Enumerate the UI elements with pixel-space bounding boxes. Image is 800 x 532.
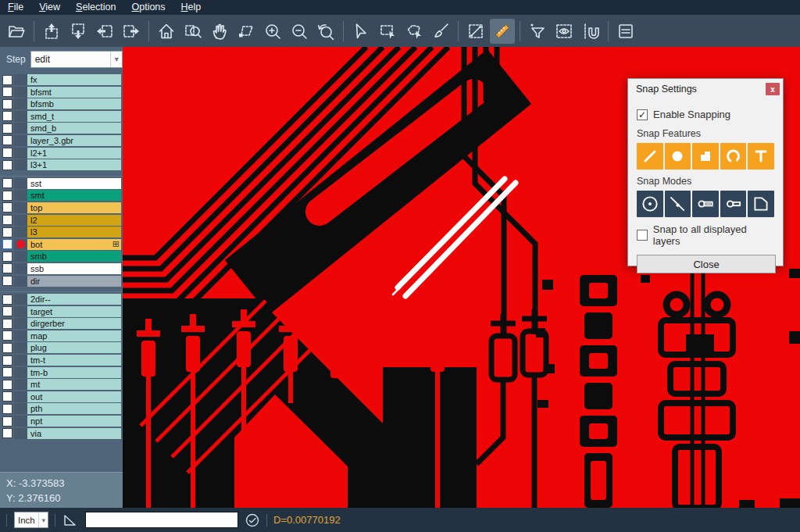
- layer-visibility-checkbox[interactable]: [2, 306, 12, 316]
- layer-visibility-checkbox[interactable]: [2, 135, 12, 145]
- layer-label[interactable]: via: [27, 428, 121, 439]
- snap-feature-text-button[interactable]: [748, 143, 774, 170]
- layer-visibility-checkbox[interactable]: [2, 178, 12, 188]
- layer-visibility-checkbox[interactable]: [2, 380, 12, 390]
- confirm-circle-icon[interactable]: [245, 512, 260, 528]
- layer-active-indicator[interactable]: [14, 355, 27, 366]
- layer-active-indicator[interactable]: [14, 74, 27, 85]
- pan-hand-button[interactable]: [207, 19, 232, 44]
- layer-active-indicator[interactable]: [14, 98, 27, 109]
- layer-visibility-checkbox[interactable]: [2, 355, 12, 366]
- layer-active-indicator[interactable]: [14, 87, 27, 98]
- select-rectangle-button[interactable]: [375, 19, 400, 44]
- layer-active-indicator[interactable]: [14, 239, 27, 250]
- layer-visibility-checkbox[interactable]: [2, 87, 12, 97]
- layer-label[interactable]: l3: [27, 227, 121, 237]
- layer-label[interactable]: mt: [27, 379, 121, 390]
- layer-label[interactable]: smd_b: [27, 123, 121, 134]
- layer-label[interactable]: target: [27, 306, 121, 317]
- layer-active-indicator[interactable]: [14, 111, 27, 122]
- layer-label[interactable]: bfsmb: [27, 98, 121, 109]
- layer-label[interactable]: bot⊞: [27, 239, 121, 250]
- zoom-object-button[interactable]: [234, 19, 259, 44]
- layer-visibility-checkbox[interactable]: [2, 202, 12, 212]
- dialog-close-icon[interactable]: x: [766, 83, 780, 95]
- snap-feature-arc-button[interactable]: [720, 143, 747, 170]
- layer-visibility-checkbox[interactable]: [2, 148, 12, 158]
- menu-options[interactable]: Options: [123, 0, 173, 15]
- dialog-title-bar[interactable]: Snap Settings x: [628, 79, 783, 99]
- menu-selection[interactable]: Selection: [68, 0, 123, 15]
- layer-active-indicator[interactable]: [14, 135, 27, 146]
- layer-visibility-checkbox[interactable]: [2, 191, 12, 201]
- layer-label[interactable]: dirgerber: [27, 318, 121, 329]
- layer-label[interactable]: bfsmt: [27, 87, 121, 98]
- measure-line-button[interactable]: [463, 19, 488, 44]
- pan-right-button[interactable]: [119, 19, 144, 44]
- layer-visibility-checkbox[interactable]: [2, 263, 12, 273]
- show-hide-button[interactable]: [552, 19, 577, 44]
- snap-mode-pad-entry-button[interactable]: [692, 191, 719, 217]
- layer-active-indicator[interactable]: [14, 178, 27, 189]
- zoom-in-button[interactable]: [260, 19, 285, 44]
- layer-label[interactable]: ssb: [27, 263, 121, 274]
- layer-visibility-checkbox[interactable]: [2, 319, 12, 329]
- paint-button[interactable]: [428, 19, 453, 44]
- snap-all-layers-checkbox[interactable]: ✓: [637, 230, 648, 241]
- layer-visibility-checkbox[interactable]: [2, 252, 12, 262]
- layer-active-indicator[interactable]: [14, 148, 27, 159]
- layer-active-indicator[interactable]: [14, 227, 27, 237]
- layer-visibility-checkbox[interactable]: [2, 404, 12, 414]
- zoom-out-button[interactable]: [287, 19, 312, 44]
- snap-mode-closest-point-button[interactable]: [665, 191, 691, 217]
- layer-visibility-checkbox[interactable]: [2, 123, 12, 134]
- pan-left-button[interactable]: [92, 19, 117, 44]
- open-file-button[interactable]: [4, 19, 29, 44]
- layer-visibility-checkbox[interactable]: [2, 276, 12, 286]
- layer-visibility-checkbox[interactable]: [2, 428, 12, 438]
- layer-visibility-checkbox[interactable]: [2, 330, 12, 341]
- layer-active-indicator[interactable]: [14, 416, 27, 427]
- layer-active-indicator[interactable]: [14, 379, 27, 390]
- layer-label[interactable]: 2dir--: [27, 294, 121, 305]
- menu-help[interactable]: Help: [173, 0, 209, 15]
- layer-visibility-checkbox[interactable]: [2, 367, 12, 377]
- layer-visibility-checkbox[interactable]: [2, 215, 12, 225]
- layer-active-indicator[interactable]: [14, 202, 27, 213]
- zoom-window-button[interactable]: [180, 19, 205, 44]
- layer-active-indicator[interactable]: [14, 428, 27, 439]
- layer-visibility-checkbox[interactable]: [2, 160, 12, 170]
- layer-label[interactable]: l2: [27, 215, 121, 226]
- layer-active-indicator[interactable]: [14, 403, 27, 414]
- layer-visibility-checkbox[interactable]: [2, 239, 12, 249]
- layer-visibility-checkbox[interactable]: [2, 227, 12, 237]
- snap-mode-center-button[interactable]: [637, 191, 663, 217]
- layer-visibility-checkbox[interactable]: [2, 75, 12, 85]
- layer-label[interactable]: tm-b: [27, 367, 121, 378]
- layer-label[interactable]: sst: [27, 178, 121, 189]
- snap-mode-pad-button[interactable]: [720, 191, 747, 217]
- layer-label[interactable]: layer_3.gbr: [27, 135, 121, 146]
- layer-label[interactable]: l3+1: [27, 159, 121, 170]
- layer-label[interactable]: npt: [27, 416, 121, 427]
- close-button[interactable]: Close: [637, 255, 776, 273]
- layer-active-indicator[interactable]: [14, 276, 27, 287]
- layer-active-indicator[interactable]: [14, 294, 27, 305]
- menu-view[interactable]: View: [31, 0, 68, 15]
- snap-button[interactable]: [578, 19, 603, 44]
- layer-active-indicator[interactable]: [14, 215, 27, 226]
- layer-active-indicator[interactable]: [14, 306, 27, 317]
- menu-file[interactable]: File: [0, 0, 31, 15]
- snap-feature-line-button[interactable]: [637, 143, 663, 170]
- layer-active-indicator[interactable]: [14, 251, 27, 262]
- layer-visibility-checkbox[interactable]: [2, 391, 12, 402]
- ruler-button[interactable]: [490, 19, 515, 44]
- layer-label[interactable]: top: [27, 202, 121, 213]
- layer-active-indicator[interactable]: [14, 391, 27, 402]
- pan-up-button[interactable]: [39, 19, 64, 44]
- layer-active-indicator[interactable]: [14, 263, 27, 274]
- zoom-previous-button[interactable]: [313, 19, 338, 44]
- layer-active-indicator[interactable]: [14, 123, 27, 134]
- layer-label[interactable]: l2+1: [27, 148, 121, 159]
- step-select[interactable]: edit ▾: [30, 51, 123, 68]
